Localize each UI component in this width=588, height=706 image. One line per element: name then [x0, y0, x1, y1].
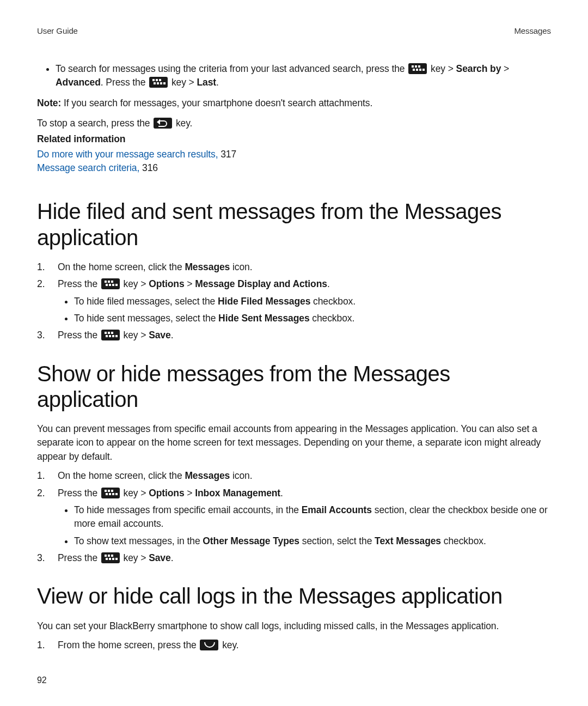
page-ref: 317 [218, 149, 236, 160]
text-bold: Inbox Management [195, 488, 280, 498]
text: To stop a search, press the [37, 118, 152, 129]
substep: To hide sent messages, select the Hide S… [74, 312, 551, 325]
text-bold: Other Message Types [203, 535, 299, 546]
text: To hide messages from specific email acc… [74, 504, 302, 515]
text: To search for messages using the criteri… [56, 63, 407, 74]
text-bold: Email Accounts [302, 504, 372, 515]
sec2-desc: You can prevent messages from specific e… [37, 422, 551, 464]
text: key. [176, 118, 192, 129]
text: Press the [58, 552, 100, 563]
text-bold: Hide Sent Messages [218, 313, 309, 324]
text: . [171, 552, 174, 563]
stop-search-line: To stop a search, press the key. [37, 117, 551, 130]
menu-key-icon [408, 63, 427, 74]
text: key > [431, 63, 456, 74]
text-bold: Search by [456, 63, 501, 74]
note-label: Note: [37, 98, 61, 108]
section-heading-call-logs: View or hide call logs in the Messages a… [37, 583, 551, 609]
note-block: Note: If you search for messages, your s… [37, 96, 551, 110]
page-header: User Guide Messages [37, 25, 551, 37]
text: icon. [230, 470, 252, 481]
text: > [501, 63, 509, 74]
text: checkbox. [310, 296, 356, 307]
section-heading-show-hide-messages: Show or hide messages from the Messages … [37, 361, 551, 412]
text-bold: Last [197, 77, 217, 88]
sec1-steps: On the home screen, click the Messages i… [37, 260, 551, 343]
substeps: To hide messages from specific email acc… [58, 503, 551, 548]
page-number: 92 [37, 674, 47, 686]
text-bold: Messages [185, 470, 230, 481]
text: key > [124, 330, 149, 340]
text: . [216, 77, 219, 88]
escape-key-icon [154, 118, 172, 129]
text-bold: Save [149, 330, 170, 340]
menu-key-icon [101, 278, 120, 289]
text: To hide sent messages, select the [74, 313, 218, 324]
text: Press the [58, 330, 100, 340]
substeps: To hide filed messages, select the Hide … [58, 295, 551, 326]
intro-bullet: To search for messages using the criteri… [56, 62, 551, 90]
text: key > [124, 488, 149, 498]
text: To hide filed messages, select the [74, 296, 218, 307]
step: Press the key > Save. [37, 328, 551, 342]
intro-bullet-list: To search for messages using the criteri… [37, 62, 551, 90]
text: . [327, 278, 330, 289]
text-bold: Text Messages [375, 535, 441, 546]
text-bold: Save [149, 552, 170, 563]
text-bold: Options [149, 488, 184, 498]
document-page: User Guide Messages To search for messag… [0, 0, 588, 706]
step: Press the key > Save. [37, 551, 551, 565]
substep: To hide messages from specific email acc… [74, 503, 551, 531]
text-bold: Messages [185, 261, 230, 272]
text: . [280, 488, 283, 498]
text: Press the [58, 278, 100, 289]
header-left: User Guide [37, 25, 78, 37]
menu-key-icon [101, 488, 120, 498]
step: On the home screen, click the Messages i… [37, 260, 551, 274]
page-ref: 316 [139, 162, 158, 173]
related-link[interactable]: Message search criteria, [37, 162, 139, 173]
substep: To hide filed messages, select the Hide … [74, 295, 551, 308]
section-heading-hide-filed-sent: Hide filed and sent messages from the Me… [37, 199, 551, 250]
text: Press the [58, 488, 100, 498]
text: . [171, 330, 174, 340]
text: checkbox. [310, 313, 355, 324]
text: > [185, 278, 195, 289]
related-link-row: Do more with your message search results… [37, 148, 551, 161]
text-bold: Advanced [56, 77, 101, 88]
text: From the home screen, press the [58, 640, 199, 650]
related-info-heading: Related information [37, 132, 551, 146]
note-text: If you search for messages, your smartph… [61, 98, 372, 108]
text: key > [124, 552, 149, 563]
text: To show text messages, in the [74, 535, 203, 546]
sec3-desc: You can set your BlackBerry smartphone t… [37, 619, 551, 633]
menu-key-icon [149, 77, 168, 88]
text: . Press the [101, 77, 148, 88]
step: From the home screen, press the key. [37, 638, 551, 652]
text-bold: Message Display and Actions [195, 278, 327, 289]
text: key. [222, 640, 238, 650]
menu-key-icon [101, 552, 120, 563]
text: On the home screen, click the [58, 470, 185, 481]
step: On the home screen, click the Messages i… [37, 469, 551, 483]
menu-key-icon [101, 330, 120, 340]
text: icon. [230, 261, 252, 272]
text: key > [171, 77, 197, 88]
step: Press the key > Options > Message Displa… [37, 277, 551, 325]
related-link-row: Message search criteria, 316 [37, 161, 551, 175]
sec3-steps: From the home screen, press the key. [37, 638, 551, 652]
text: On the home screen, click the [58, 261, 185, 272]
substep: To show text messages, in the Other Mess… [74, 534, 551, 548]
text: key > [124, 278, 149, 289]
step: Press the key > Options > Inbox Manageme… [37, 486, 551, 549]
text: > [185, 488, 195, 498]
related-link[interactable]: Do more with your message search results… [37, 149, 218, 160]
text-bold: Options [149, 278, 184, 289]
header-right: Messages [514, 25, 551, 37]
sec2-steps: On the home screen, click the Messages i… [37, 469, 551, 565]
text: checkbox. [441, 535, 486, 546]
text: section, selct the [299, 535, 375, 546]
send-key-icon [200, 640, 218, 650]
text-bold: Hide Filed Messages [218, 296, 310, 307]
